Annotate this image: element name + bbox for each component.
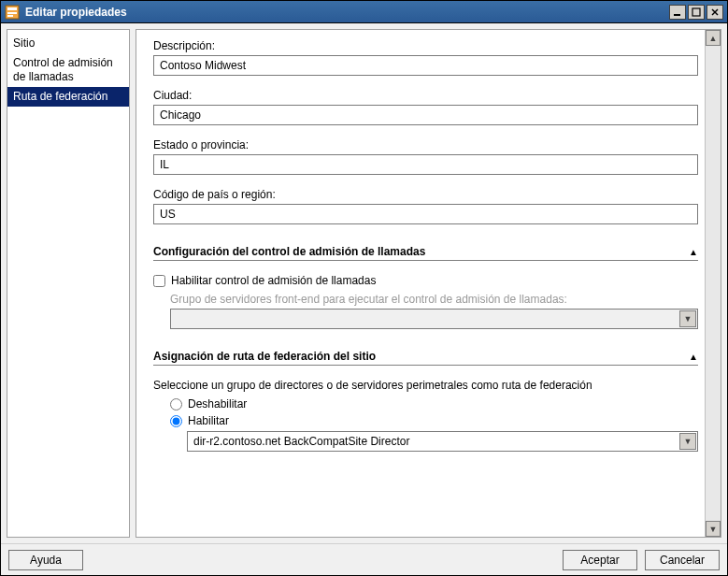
scroll-down-button[interactable]: ▼ xyxy=(706,521,721,537)
dropdown-icon[interactable]: ▼ xyxy=(679,433,696,450)
svg-rect-4 xyxy=(674,14,680,16)
content-area: Sitio Control de admisión de llamadas Ru… xyxy=(1,23,727,543)
radio-label-enable: Habilitar xyxy=(188,414,229,427)
svg-rect-5 xyxy=(692,8,700,16)
combo-federation-route[interactable]: dir-r2.contoso.net BackCompatSite Direct… xyxy=(187,431,698,452)
scroll-track[interactable] xyxy=(706,46,721,521)
label-country: Código de país o región: xyxy=(153,188,698,201)
app-icon xyxy=(5,5,20,20)
window-title: Editar propiedades xyxy=(25,6,669,19)
window-controls xyxy=(669,5,723,20)
radio-enable[interactable] xyxy=(170,415,182,427)
radio-disable[interactable] xyxy=(170,398,182,410)
minimize-button[interactable] xyxy=(669,5,686,20)
label-description: Descripción: xyxy=(153,39,698,52)
section-title-federation: Asignación de ruta de federación del sit… xyxy=(153,350,689,363)
field-state: Estado o provincia: xyxy=(153,138,698,175)
combo-cac-pool: ▼ xyxy=(170,309,698,329)
checkbox-row-cac-enable: Habilitar control de admisión de llamada… xyxy=(153,274,698,287)
nav-item-federation[interactable]: Ruta de federación xyxy=(7,87,129,107)
scroll-up-button[interactable]: ▲ xyxy=(706,30,721,46)
combo-federation-route-value: dir-r2.contoso.net BackCompatSite Direct… xyxy=(193,435,409,448)
svg-rect-1 xyxy=(7,7,17,10)
cac-pool-group: Grupo de servidores front-end para ejecu… xyxy=(170,293,698,329)
cancel-button[interactable]: Cancelar xyxy=(645,550,720,570)
section-title-cac: Configuración del control de admisión de… xyxy=(153,245,689,258)
collapse-icon: ▲ xyxy=(689,352,698,362)
input-country[interactable] xyxy=(153,204,698,224)
checkbox-cac-enable[interactable] xyxy=(153,275,165,287)
label-state: Estado o provincia: xyxy=(153,138,698,151)
titlebar[interactable]: Editar propiedades xyxy=(1,1,727,23)
close-button[interactable] xyxy=(707,5,723,20)
section-cac: Configuración del control de admisión de… xyxy=(153,245,698,329)
collapse-icon: ▲ xyxy=(689,247,698,257)
label-cac-pool: Grupo de servidores front-end para ejecu… xyxy=(170,293,698,306)
federation-instruction: Seleccione un grupo de directores o de s… xyxy=(153,379,698,392)
input-city[interactable] xyxy=(153,105,698,125)
radio-row-disable[interactable]: Deshabilitar xyxy=(170,397,698,410)
maximize-button[interactable] xyxy=(688,5,705,20)
radio-label-disable: Deshabilitar xyxy=(188,397,247,410)
svg-rect-3 xyxy=(7,15,13,17)
main-panel: Descripción: Ciudad: Estado o provincia:… xyxy=(136,29,721,538)
scrollbar-vertical[interactable]: ▲ ▼ xyxy=(705,30,721,537)
section-federation: Asignación de ruta de federación del sit… xyxy=(153,350,698,452)
dialog-footer: Ayuda Aceptar Cancelar xyxy=(1,543,727,575)
field-description: Descripción: xyxy=(153,39,698,76)
section-header-cac[interactable]: Configuración del control de admisión de… xyxy=(153,245,698,261)
help-button[interactable]: Ayuda xyxy=(8,550,83,570)
nav-item-cac[interactable]: Control de admisión de llamadas xyxy=(7,53,129,87)
field-country: Código de país o región: xyxy=(153,188,698,224)
nav-item-site[interactable]: Sitio xyxy=(7,34,129,53)
input-description[interactable] xyxy=(153,55,698,76)
dropdown-icon: ▼ xyxy=(679,310,696,327)
ok-button[interactable]: Aceptar xyxy=(563,550,637,570)
field-city: Ciudad: xyxy=(153,89,698,125)
checkbox-label-cac-enable: Habilitar control de admisión de llamada… xyxy=(171,274,376,287)
nav-sidebar: Sitio Control de admisión de llamadas Ru… xyxy=(7,29,130,538)
svg-rect-2 xyxy=(7,12,17,14)
section-header-federation[interactable]: Asignación de ruta de federación del sit… xyxy=(153,350,698,366)
label-city: Ciudad: xyxy=(153,89,698,102)
input-state[interactable] xyxy=(153,154,698,175)
radio-row-enable[interactable]: Habilitar xyxy=(170,414,698,427)
